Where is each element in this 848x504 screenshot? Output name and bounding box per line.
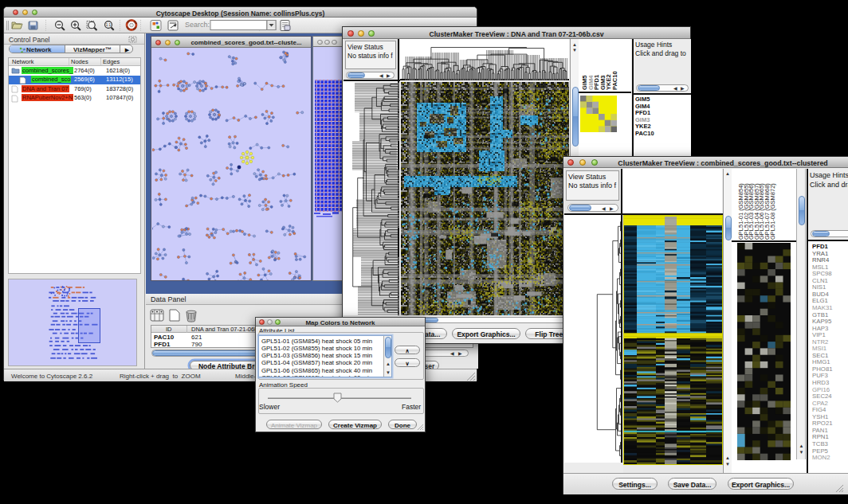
svg-text:1:1: 1:1 (106, 23, 112, 27)
svg-text:Search:: Search: (185, 21, 210, 29)
